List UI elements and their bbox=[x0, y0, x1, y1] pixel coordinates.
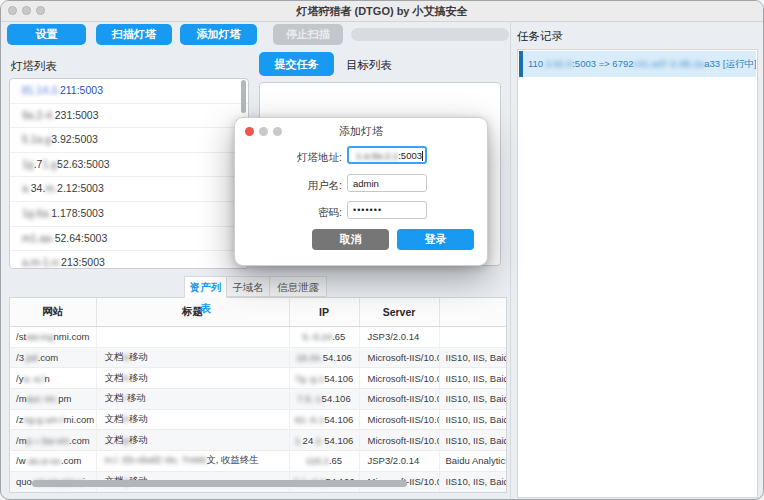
lighthouse-list-item[interactable]: 1g.6a.1.178:5003 bbox=[10, 202, 248, 227]
add-lighthouse-button[interactable]: 添加灯塔 bbox=[180, 24, 257, 45]
col-header-ip: IP bbox=[289, 298, 359, 327]
tab-info-leak[interactable]: 信息泄露 bbox=[269, 276, 327, 297]
asset-table-body: /staw.mgnmi.com 6.-6.24.65 JSP3/2.0.14 /… bbox=[10, 327, 507, 493]
lighthouse-address: 81.14.3.211:5003 bbox=[22, 84, 103, 96]
cell-server: Microsoft-IIS/10.0 bbox=[359, 409, 439, 430]
cell-title: 文档g移动 bbox=[96, 430, 289, 451]
cell-server: Microsoft-IIS/10.0 bbox=[359, 389, 439, 410]
asset-table-row[interactable]: /zng-g.um-lmi.com 文档b移动 62.-5.154.106 Mi… bbox=[10, 409, 507, 430]
cell-server: Microsoft-IIS/10.0 bbox=[359, 368, 439, 389]
asset-table-row[interactable]: /3.jwl.com 文档a移动 18.34.54.106 Microsoft-… bbox=[10, 347, 507, 368]
scan-lighthouse-button[interactable]: 扫描灯塔 bbox=[96, 24, 172, 45]
cell-tech bbox=[439, 327, 507, 348]
cell-server: JSP3/2.0.14 bbox=[359, 327, 439, 348]
cell-ip: 1.24.1·54.106 bbox=[289, 430, 359, 451]
cell-title: 文档r移动 bbox=[96, 389, 289, 410]
cancel-button[interactable]: 取消 bbox=[312, 229, 389, 250]
cell-tech: Baidu Analytics ( bbox=[439, 451, 507, 472]
cell-website: /maur.-im.pm bbox=[10, 389, 96, 410]
lighthouse-list-item[interactable]: a.34.m.2.12:5003 bbox=[10, 177, 248, 202]
cell-title: 文档b移动 bbox=[96, 409, 289, 430]
cell-website: /ya.-a.ln bbox=[10, 368, 96, 389]
lighthouse-list-item[interactable]: 81.14.3.211:5003 bbox=[10, 79, 248, 104]
app-window: 灯塔狩猎者 (DTGO) by 小艾搞安全 设置 扫描灯塔 添加灯塔 停止扫描 … bbox=[0, 0, 764, 500]
target-list-title: 目标列表 bbox=[346, 58, 392, 73]
cell-ip: 18.34.54.106 bbox=[289, 347, 359, 368]
cell-website: /w-au.a-uu.com bbox=[10, 451, 96, 472]
cell-tech: IIS10, IIS, Baidu bbox=[439, 409, 507, 430]
cell-tech: IIS10, IIS, Baidu bbox=[439, 430, 507, 451]
lighthouse-list-item[interactable]: m1.aa-52.64:5003 bbox=[10, 227, 248, 252]
lighthouse-list: 81.14.3.211:5003 9a.2-4.231:5003 5.1a.g3… bbox=[9, 78, 249, 269]
cell-title: 文档a移动 bbox=[96, 347, 289, 368]
username-label: 用户名: bbox=[237, 179, 342, 193]
task-record-item[interactable]: 110.3.82.9:5003 => 6792c41.ad7-3.4lb.2aa… bbox=[519, 51, 756, 77]
cell-tech: IIS10, IIS, Baidu bbox=[439, 368, 507, 389]
password-label: 密码: bbox=[237, 206, 342, 220]
login-button[interactable]: 登录 bbox=[397, 229, 474, 250]
cell-tech: IIS10, IIS, Baidu bbox=[439, 471, 507, 492]
cell-server: Microsoft-IIS/10.0 bbox=[359, 347, 439, 368]
cell-title: m.l. Eb-nbafZ nlu. TnM6文, 收益终生 bbox=[96, 451, 289, 472]
cell-server: Microsoft-IIS/10.0 bbox=[359, 430, 439, 451]
settings-button[interactable]: 设置 bbox=[7, 24, 86, 45]
cell-website: /3.jwl.com bbox=[10, 347, 96, 368]
cell-ip: 116.2.65 bbox=[289, 451, 359, 472]
panel-divider bbox=[510, 21, 511, 500]
lighthouse-address: 1g.71.g52.63:5003 bbox=[22, 158, 110, 170]
username-input[interactable]: admin bbox=[347, 174, 427, 192]
scan-progress-bar bbox=[351, 28, 509, 41]
task-panel-title: 任务记录 bbox=[517, 29, 563, 44]
asset-table: 网站 标题 IP Server /staw.mgnmi.com 6.-6.24.… bbox=[9, 297, 507, 493]
stop-scan-button: 停止扫描 bbox=[273, 24, 343, 45]
asset-table-row[interactable]: /mp.=.ba-vm.com 文档g移动 1.24.1·54.106 Micr… bbox=[10, 430, 507, 451]
col-header-website: 网站 bbox=[10, 298, 96, 327]
col-header-extra bbox=[439, 298, 507, 327]
asset-table-header-row: 网站 标题 IP Server bbox=[10, 298, 507, 327]
cell-title bbox=[96, 327, 289, 348]
lighthouse-address: 9a.2-4.231:5003 bbox=[22, 109, 99, 121]
cell-website: /mp.=.ba-vm.com bbox=[10, 430, 96, 451]
task-record-list: 110.3.82.9:5003 => 6792c41.ad7-3.4lb.2aa… bbox=[517, 49, 758, 498]
col-header-title: 标题 bbox=[96, 298, 289, 327]
lighthouse-list-item[interactable]: 1g.71.g52.63:5003 bbox=[10, 153, 248, 178]
lighthouse-address: 5.1a.g3.92:5003 bbox=[22, 133, 98, 145]
add-lighthouse-dialog: 添加灯塔 灯塔地址: 1.a.9a.2.1:5003 用户名: admin 密码… bbox=[234, 117, 488, 266]
asset-table-row[interactable]: /ya.-a.ln 文档b移动 7g.-g.154.106 Microsoft-… bbox=[10, 368, 507, 389]
lighthouse-address: m1.aa-52.64:5003 bbox=[22, 232, 107, 244]
title-bar: 灯塔狩猎者 (DTGO) by 小艾搞安全 bbox=[1, 1, 763, 22]
lighthouse-list-item[interactable]: a.m-1.rr.213:5003 bbox=[10, 251, 248, 269]
cell-ip: 7g.-g.154.106 bbox=[289, 368, 359, 389]
cell-tech: IIS10, IIS, Baidu bbox=[439, 347, 507, 368]
window-title: 灯塔狩猎者 (DTGO) by 小艾搞安全 bbox=[1, 4, 763, 19]
cell-tech: IIS10, IIS, Baidu bbox=[439, 389, 507, 410]
lighthouse-list-title: 灯塔列表 bbox=[11, 59, 57, 74]
asset-table-row[interactable]: /maur.-im.pm 文档r移动 7.5.-154.106 Microsof… bbox=[10, 389, 507, 410]
cell-website: /staw.mgnmi.com bbox=[10, 327, 96, 348]
cell-website: /zng-g.um-lmi.com bbox=[10, 409, 96, 430]
lighthouse-list-item[interactable]: 5.1a.g3.92:5003 bbox=[10, 128, 248, 153]
lighthouse-list-item[interactable]: 9a.2-4.231:5003 bbox=[10, 104, 248, 129]
cell-ip: 62.-5.154.106 bbox=[289, 409, 359, 430]
address-input[interactable]: 1.a.9a.2.1:5003 bbox=[347, 146, 427, 164]
lighthouse-address: 1g.6a.1.178:5003 bbox=[22, 207, 104, 219]
lighthouse-address: a.34.m.2.12:5003 bbox=[22, 182, 104, 194]
col-header-server: Server bbox=[359, 298, 439, 327]
cell-server: JSP3/2.0.14 bbox=[359, 451, 439, 472]
lighthouse-list-scrollbar[interactable] bbox=[241, 80, 246, 113]
submit-task-button[interactable]: 提交任务 bbox=[259, 52, 334, 76]
password-input[interactable]: ••••••• bbox=[347, 201, 427, 219]
cell-ip: 7.5.-154.106 bbox=[289, 389, 359, 410]
cell-ip: 6.-6.24.65 bbox=[289, 327, 359, 348]
dialog-title: 添加灯塔 bbox=[235, 124, 487, 139]
task-record-text: 110.3.82.9:5003 => 6792c41.ad7-3.4lb.2aa… bbox=[528, 58, 756, 69]
lighthouse-address: a.m-1.rr.213:5003 bbox=[22, 256, 105, 268]
cell-title: 文档b移动 bbox=[96, 368, 289, 389]
tab-asset-list[interactable]: 资产列表 bbox=[184, 276, 227, 298]
tab-subdomains[interactable]: 子域名 bbox=[226, 276, 270, 297]
asset-table-row[interactable]: /w-au.a-uu.com m.l. Eb-nbafZ nlu. TnM6文,… bbox=[10, 451, 507, 472]
asset-table-horizontal-scrollbar[interactable] bbox=[32, 480, 407, 487]
asset-table-row[interactable]: /staw.mgnmi.com 6.-6.24.65 JSP3/2.0.14 bbox=[10, 327, 507, 348]
address-label: 灯塔地址: bbox=[237, 151, 342, 165]
